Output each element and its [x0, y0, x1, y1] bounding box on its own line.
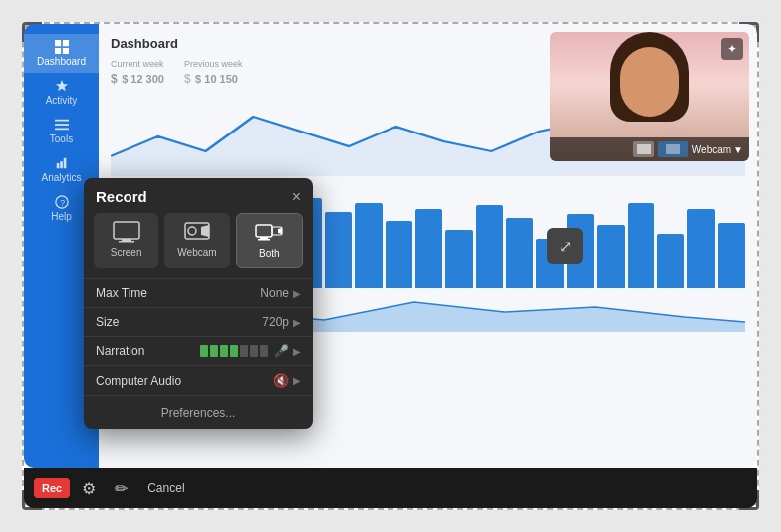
narration-arrow[interactable]: ▶: [293, 346, 301, 357]
screen-label: Screen: [111, 247, 142, 258]
screen-thumb[interactable]: [633, 141, 654, 157]
svg-rect-13: [256, 225, 272, 237]
narration-label: Narration: [96, 344, 200, 358]
bar-item: [597, 225, 624, 288]
rec-button[interactable]: Rec: [34, 478, 70, 498]
pencil-icon: ✏: [115, 479, 128, 498]
size-value: 720p: [262, 315, 289, 329]
sidebar-item-tools[interactable]: Tools: [24, 112, 99, 150]
modal-close-button[interactable]: ×: [292, 189, 301, 205]
bar-item: [386, 221, 412, 289]
narr-seg-1: [200, 345, 208, 357]
bar-item: [415, 209, 442, 288]
webcam-chevron-icon[interactable]: ▼: [733, 144, 743, 155]
svg-marker-17: [278, 228, 282, 234]
bar-item: [628, 203, 654, 289]
size-arrow[interactable]: ▶: [293, 317, 301, 328]
narr-seg-2: [210, 345, 218, 357]
gear-icon: ⚙: [82, 479, 96, 498]
narr-seg-7: [260, 345, 268, 357]
bar-item: [325, 212, 352, 289]
sidebar-item-dashboard[interactable]: Dashboard: [24, 34, 99, 73]
current-week-value: $ $ 12 300: [111, 69, 164, 87]
svg-rect-15: [258, 239, 270, 241]
preferences-row[interactable]: Preferences...: [84, 395, 313, 429]
main-frame: Dashboard Activity Tools Analytics ? Hel…: [22, 22, 759, 510]
face-skin: [620, 47, 679, 117]
bar-item: [718, 223, 745, 288]
both-icon: [255, 222, 283, 244]
svg-rect-9: [119, 241, 134, 243]
record-type-row: Screen Webcam Both: [84, 213, 313, 278]
webcam-label: Webcam: [692, 144, 731, 155]
svg-rect-14: [260, 237, 268, 239]
record-type-screen[interactable]: Screen: [94, 213, 158, 268]
modal-header: Record ×: [84, 178, 313, 213]
record-type-webcam[interactable]: Webcam: [164, 213, 229, 268]
setting-narration: Narration 🎤 ▶: [84, 336, 313, 365]
svg-rect-0: [55, 120, 69, 122]
previous-week-label: Previous week: [184, 59, 243, 69]
webcam-icon: [183, 221, 211, 243]
sidebar-label-dashboard: Dashboard: [37, 56, 86, 67]
stat-previous-week: Previous week $ $ 10 150: [184, 59, 243, 87]
narr-seg-6: [250, 345, 258, 357]
bar-item: [355, 203, 382, 289]
record-type-both[interactable]: Both: [236, 213, 303, 268]
size-label: Size: [96, 315, 262, 329]
svg-point-12: [188, 227, 196, 235]
record-modal: Record × Screen Webcam: [84, 178, 313, 429]
max-time-arrow[interactable]: ▶: [293, 288, 301, 299]
magic-icon[interactable]: ✦: [721, 38, 743, 60]
computer-audio-label: Computer Audio: [96, 374, 273, 388]
setting-size: Size 720p ▶: [84, 307, 313, 336]
sidebar-label-activity: Activity: [46, 95, 78, 106]
previous-week-value: $ $ 10 150: [184, 69, 243, 87]
webcam-dropdown[interactable]: Webcam ▼: [692, 144, 743, 155]
sidebar-label-help: Help: [51, 211, 72, 222]
cancel-button[interactable]: Cancel: [139, 477, 192, 499]
bottom-toolbar: Rec ⚙ ✏ Cancel: [24, 468, 757, 508]
svg-rect-7: [114, 222, 139, 239]
webcam-overlay: ✦ Webcam ▼: [550, 32, 749, 161]
current-week-label: Current week: [111, 59, 164, 69]
webcam-toolbar: Webcam ▼: [550, 137, 749, 161]
setting-max-time: Max Time None ▶: [84, 278, 313, 307]
max-time-label: Max Time: [96, 286, 260, 300]
bar-item: [687, 209, 714, 288]
webcam-type-label: Webcam: [177, 247, 216, 258]
edit-button[interactable]: ✏: [108, 475, 133, 501]
bar-item: [476, 205, 503, 288]
stat-current-week: Current week $ $ 12 300: [111, 59, 164, 87]
svg-rect-2: [55, 129, 69, 131]
svg-text:?: ?: [60, 198, 65, 208]
setting-computer-audio: Computer Audio 🔇 ▶: [84, 365, 313, 395]
mic-icon[interactable]: 🎤: [274, 344, 289, 358]
sidebar-label-analytics: Analytics: [41, 172, 81, 183]
sidebar-label-tools: Tools: [50, 133, 73, 144]
bar-item: [445, 230, 472, 289]
audio-arrow[interactable]: ▶: [293, 375, 301, 386]
svg-rect-1: [55, 124, 69, 126]
narration-bar: 🎤: [200, 344, 289, 358]
webcam-thumb[interactable]: [658, 141, 688, 157]
narr-seg-4: [230, 345, 238, 357]
both-label: Both: [259, 248, 280, 259]
preferences-label: Preferences...: [161, 406, 236, 420]
screen-icon: [113, 221, 140, 243]
move-icon[interactable]: ⤢: [547, 228, 583, 264]
settings-button[interactable]: ⚙: [76, 475, 102, 501]
sidebar-item-activity[interactable]: Activity: [24, 73, 99, 112]
audio-control: 🔇: [273, 373, 289, 388]
svg-marker-11: [201, 225, 209, 237]
narr-seg-3: [220, 345, 228, 357]
svg-rect-8: [122, 239, 131, 241]
bar-item: [506, 218, 533, 288]
narr-seg-5: [240, 345, 248, 357]
bar-item: [657, 234, 684, 288]
current-week-prefix: $: [111, 72, 118, 86]
modal-title: Record: [96, 188, 147, 205]
max-time-value: None: [260, 286, 289, 300]
mute-icon[interactable]: 🔇: [273, 373, 289, 388]
